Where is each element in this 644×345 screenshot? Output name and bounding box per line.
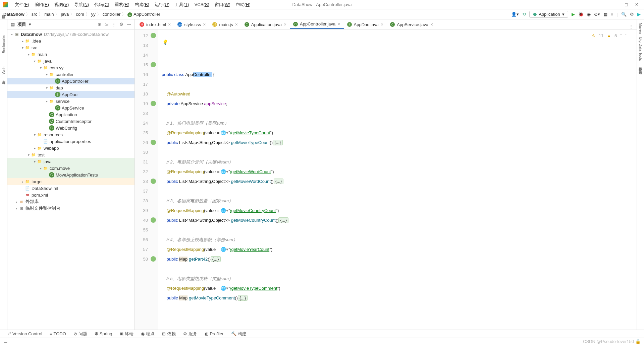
tree-item[interactable]: ▸⊟临时文件和控制台 [7, 205, 135, 212]
tree-item[interactable]: IAppDao [7, 91, 135, 98]
close-tab-icon[interactable]: × [168, 22, 171, 27]
tree-item[interactable]: ▾📁com.yy [7, 64, 135, 71]
tree-item[interactable]: ▾📁com.move [7, 165, 135, 171]
gutter-spring-icon[interactable] [151, 33, 156, 38]
gutter[interactable]: 1213141516171819232425263031323337383940… [135, 29, 158, 330]
bottom-tab[interactable]: ⚙服务 [180, 331, 200, 337]
editor-tab[interactable]: CAppService.java× [387, 20, 436, 29]
tree-item[interactable]: ▾📁java [7, 158, 135, 165]
menu-item[interactable]: 重构(R) [112, 2, 132, 7]
breadcrumb-item[interactable]: com [76, 12, 84, 17]
tree-item[interactable]: ▾📁src [7, 44, 135, 51]
gutter-spring-icon[interactable] [151, 140, 156, 145]
gutter-spring-icon[interactable] [151, 101, 156, 106]
status-icon[interactable]: ▭ [3, 339, 7, 344]
breadcrumb-item[interactable]: CAppController [127, 12, 160, 17]
tree-item[interactable]: CCustomInterceptor [7, 118, 135, 125]
tree-item[interactable]: CAppService [7, 105, 135, 111]
editor-tab[interactable]: Hindex.html× [136, 20, 174, 29]
tree-item[interactable]: CWebConfig [7, 125, 135, 131]
gear-icon[interactable]: ⚙ [119, 22, 123, 27]
close-tab-icon[interactable]: × [337, 21, 340, 27]
menu-item[interactable]: 文件(F) [12, 2, 32, 7]
bottom-tab[interactable]: ≡TODO [47, 331, 69, 336]
tree-item[interactable]: ▸📁target [7, 178, 135, 185]
tree-item[interactable]: ▾📁service [7, 98, 135, 105]
tree-item[interactable]: CAppController [7, 78, 135, 84]
tabs-more-icon[interactable]: ⋮ [626, 24, 637, 29]
gutter-spring-icon[interactable] [151, 179, 156, 184]
menu-item[interactable]: 运行(U) [152, 2, 172, 7]
tree-root[interactable]: ▾▣DataShow D:\rtsy\bysj\7738-code\DataSh… [7, 31, 135, 38]
breadcrumb-item[interactable]: yy [91, 12, 96, 17]
gutter-spring-icon[interactable] [151, 256, 156, 262]
left-tab-web[interactable]: Web [2, 67, 6, 74]
minimize-icon[interactable]: — [613, 2, 618, 7]
stop-icon[interactable]: ■ [611, 12, 613, 17]
editor-tab[interactable]: CAppController.java× [290, 20, 343, 29]
bottom-tab[interactable]: 🔨构建 [228, 331, 249, 337]
bottom-tab[interactable]: ⊘问题 [71, 331, 90, 337]
menu-item[interactable]: 帮助(H) [233, 2, 253, 7]
bottom-tab[interactable]: ⎇Version Control [3, 331, 45, 336]
tree-item[interactable]: ▸📁.idea [7, 38, 135, 44]
tree-item[interactable]: CApplication [7, 111, 135, 118]
editor-tab[interactable]: IAppDao.java× [344, 20, 387, 29]
editor-tab[interactable]: cssstyle.css× [174, 20, 209, 29]
tree-item[interactable]: ▾📁java [7, 58, 135, 64]
close-tab-icon[interactable]: × [430, 22, 433, 27]
menu-item[interactable]: 构建(B) [132, 2, 152, 7]
hide-icon[interactable]: — [127, 22, 131, 27]
menu-item[interactable]: 窗口(W) [212, 2, 233, 7]
breadcrumb-item[interactable]: controller [103, 12, 120, 17]
close-tab-icon[interactable]: × [284, 22, 286, 27]
menu-item[interactable]: 编辑(E) [32, 2, 52, 7]
menu-item[interactable]: 视图(V) [52, 2, 71, 7]
tree-item[interactable]: ▾📁main [7, 51, 135, 58]
project-tree[interactable]: ▾▣DataShow D:\rtsy\bysj\7738-code\DataSh… [7, 29, 135, 330]
close-tab-icon[interactable]: × [203, 22, 206, 27]
run-icon[interactable]: ▶ [572, 12, 575, 17]
bottom-tab[interactable]: ◐Profiler [202, 331, 226, 336]
tree-item[interactable]: ▾📁dao [7, 84, 135, 91]
menu-item[interactable]: 导航(N) [71, 2, 92, 7]
close-icon[interactable]: ✕ [635, 2, 639, 7]
code-editor[interactable]: 💡 ⚠11 ▲5 ˆˇ public class AppController {… [158, 29, 637, 330]
bottom-tool-stripe[interactable]: ⎇Version Control≡TODO⊘问题❋Spring▣终端◉端点⊞依赖… [0, 330, 644, 338]
locate-icon[interactable]: ⊕ [98, 22, 101, 27]
right-tool-stripe[interactable]: Maven Big Data Tools 数据库 通知 [637, 19, 644, 330]
search-icon[interactable]: 🔍 [621, 12, 627, 17]
tree-item[interactable]: mpom.xml [7, 192, 135, 198]
menu-item[interactable]: VCS(S) [192, 2, 212, 7]
tree-item[interactable]: ▾📁controller [7, 71, 135, 78]
gutter-spring-icon[interactable] [151, 62, 156, 67]
breadcrumb-item[interactable]: src [32, 12, 37, 17]
collapse-icon[interactable]: ⋮ [112, 22, 116, 27]
maximize-icon[interactable]: ◻ [625, 2, 628, 7]
hammer-icon[interactable]: ⟲ [522, 12, 526, 17]
bottom-tab[interactable]: ❋Spring [92, 331, 115, 336]
left-tool-stripe[interactable]: 项目 Bookmarks Web 结构 [0, 19, 7, 330]
tree-item[interactable]: ▾📁test [7, 151, 135, 158]
expand-icon[interactable]: ⇲ [105, 22, 108, 27]
tree-item[interactable]: CMoveApplicationTests [7, 171, 135, 178]
settings-icon[interactable]: ⚙ [630, 12, 634, 17]
gutter-spring-icon[interactable] [151, 217, 156, 223]
tree-item[interactable]: ▾📁resources [7, 131, 135, 138]
breadcrumb-item[interactable]: java [61, 12, 69, 17]
coverage-icon[interactable]: ◉ [587, 12, 591, 17]
breadcrumb-item[interactable]: main [44, 12, 54, 17]
left-tab-bookmarks[interactable]: Bookmarks [2, 35, 6, 53]
editor-tab[interactable]: CApplication.java× [241, 20, 290, 29]
intention-bulb-icon[interactable]: 💡 [162, 38, 168, 47]
bottom-tab[interactable]: ◉端点 [138, 331, 157, 337]
profile-icon[interactable]: ⊙▾ [594, 12, 600, 17]
breadcrumb-item[interactable]: DataShow [3, 12, 24, 17]
tree-item[interactable]: ▸⊞外部库 [7, 198, 135, 205]
menu-item[interactable]: 代码(C) [92, 2, 112, 7]
lock-icon[interactable]: 🔒 [635, 339, 641, 344]
bottom-tab[interactable]: ⊞依赖 [159, 331, 178, 337]
right-tab-maven[interactable]: Maven [639, 23, 643, 34]
tree-item[interactable]: ▸📁webapp [7, 145, 135, 151]
editor-tabs[interactable]: Hindex.html×cssstyle.css×JSmain.js×CAppl… [135, 19, 637, 29]
